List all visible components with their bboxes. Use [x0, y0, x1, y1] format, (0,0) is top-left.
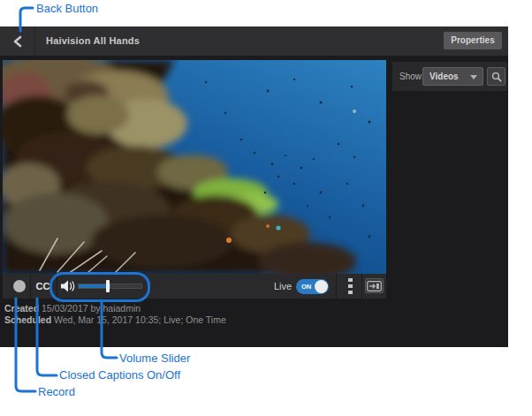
scheduled-value: Wed, Mar 15, 2017 10:35; Live; One Time [54, 314, 226, 325]
app-window: Haivision All Hands Properties Show Vide… [0, 26, 508, 347]
video-still-coral-reef [3, 60, 386, 274]
scheduled-row: Scheduled Wed, Mar 15, 2017 10:35; Live;… [4, 314, 226, 326]
properties-button[interactable]: Properties [444, 32, 502, 49]
title-bar: Haivision All Hands Properties [0, 26, 508, 56]
back-button[interactable] [0, 26, 35, 56]
page-title: Haivision All Hands [46, 26, 140, 56]
live-label: Live [274, 274, 292, 299]
kebab-menu-icon [348, 278, 353, 282]
toggle-knob [315, 280, 328, 293]
volume-slider-callout-label: Volume Slider [119, 352, 190, 365]
more-options-button[interactable] [344, 278, 356, 294]
dropdown-selected-value: Videos [429, 72, 459, 81]
record-button[interactable] [13, 280, 26, 292]
open-in-player-button[interactable] [365, 278, 384, 293]
search-button[interactable] [487, 67, 505, 86]
open-arrow-icon [367, 281, 382, 291]
search-icon [491, 72, 502, 82]
volume-speaker-icon[interactable] [60, 279, 75, 297]
closed-captions-button[interactable]: CC [32, 274, 54, 299]
video-player-frame[interactable] [3, 60, 386, 274]
divider [361, 274, 362, 299]
volume-slider-track[interactable] [78, 284, 142, 289]
asset-metadata: Created 15/03/2017 by haiadmin Scheduled… [4, 303, 226, 326]
created-value: 15/03/2017 by haiadmin [42, 303, 141, 314]
documentation-figure: Haivision All Hands Properties Show Vide… [0, 0, 532, 416]
divider [57, 274, 57, 299]
chevron-down-icon [470, 75, 477, 79]
chevron-left-icon [12, 35, 23, 48]
filter-bar: Show Videos [392, 62, 507, 91]
created-label: Created [4, 303, 39, 314]
divider [30, 274, 31, 299]
back-button-callout-label: Back Button [36, 2, 98, 15]
live-toggle-state: ON [301, 279, 311, 294]
created-row: Created 15/03/2017 by haiadmin [4, 303, 226, 314]
live-toggle[interactable]: ON [296, 279, 329, 294]
record-callout-label: Record [38, 385, 75, 398]
scheduled-label: Scheduled [4, 314, 51, 325]
closed-captions-callout-label: Closed Captions On/Off [59, 368, 180, 382]
show-label: Show [399, 62, 422, 91]
player-control-bar: CC Live ON [3, 274, 386, 299]
divider [336, 274, 337, 299]
content-type-dropdown[interactable]: Videos [422, 67, 483, 86]
volume-slider-handle[interactable] [106, 280, 110, 292]
